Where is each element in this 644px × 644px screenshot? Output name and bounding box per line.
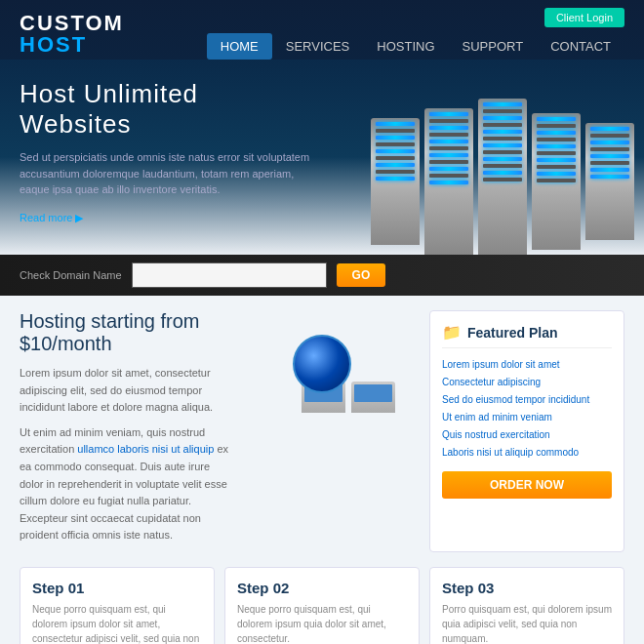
plan-features-list: Lorem ipsum dolor sit amet Consectetur a…	[442, 356, 612, 462]
domain-search-button[interactable]: GO	[337, 263, 386, 287]
rack-slot	[429, 146, 468, 150]
rack-slot	[376, 156, 415, 160]
rack-slot	[376, 170, 415, 174]
nav-contact[interactable]: CONTACT	[537, 33, 624, 60]
rack-slot	[483, 102, 522, 106]
rack-slot	[537, 144, 576, 148]
step-1-box: Step 01 Neque porro quisquam est, qui do…	[20, 567, 215, 644]
rack-slot	[483, 171, 522, 175]
rack-slot	[429, 160, 468, 164]
rack-slot	[537, 117, 576, 121]
rack-slot	[537, 124, 576, 128]
rack-slot	[429, 181, 468, 184]
featured-plan-header: 📁 Featured Plan	[442, 323, 612, 348]
main-nav: HOME SERVICES HOSTING SUPPORT CONTACT	[207, 33, 624, 60]
plan-feature-1[interactable]: Lorem ipsum dolor sit amet	[442, 356, 612, 374]
hero-title: Host Unlimited Websites	[20, 79, 312, 140]
read-more-link[interactable]: Read more ▶	[20, 212, 83, 223]
rack-slot	[483, 123, 522, 127]
hosting-text-link[interactable]: ullamco laboris nisi ut aliquip	[77, 443, 214, 455]
globe-illustration	[254, 310, 410, 418]
rack-slot	[376, 122, 415, 126]
main-content: Hosting starting from $10/month Lorem ip…	[0, 296, 644, 644]
rack-slot	[429, 167, 468, 171]
hero-content: Host Unlimited Websites Sed ut perspicia…	[20, 79, 312, 225]
nav-support[interactable]: SUPPORT	[449, 33, 538, 60]
rack-slot	[376, 129, 415, 133]
server-rack-2	[424, 108, 473, 255]
rack-slot	[537, 165, 576, 169]
step-3-box: Step 03 Porro quisquam est, qui dolorem …	[429, 567, 624, 644]
nav-home[interactable]: HOME	[207, 33, 272, 60]
hero-section: Host Unlimited Websites Sed ut perspicia…	[0, 60, 644, 255]
globe-icon	[293, 335, 351, 393]
steps-section: Step 01 Neque porro quisquam est, qui do…	[20, 567, 624, 644]
rack-slot	[429, 112, 468, 116]
rack-slot	[590, 147, 629, 151]
hosting-title: Hosting starting from $10/month	[20, 310, 234, 355]
hosting-paragraph1: Lorem ipsum dolor sit amet, consectetur …	[20, 365, 234, 417]
plan-feature-3[interactable]: Sed do eiusmod tempor incididunt	[442, 391, 612, 409]
rack-slot	[483, 109, 522, 113]
rack-slot	[483, 150, 522, 154]
hosting-left: Hosting starting from $10/month Lorem ip…	[20, 310, 234, 552]
rack-slot	[376, 149, 415, 153]
laptop-icon-2	[351, 382, 395, 413]
step-3-title: Step 03	[442, 580, 612, 596]
plan-icon: 📁	[442, 323, 462, 342]
rack-slot	[483, 116, 522, 120]
client-login-button[interactable]: Client Login	[544, 8, 624, 27]
rack-slot	[590, 175, 629, 179]
rack-slot	[429, 126, 468, 130]
hero-description: Sed ut perspiciatis unde omnis iste natu…	[20, 149, 312, 198]
rack-slot	[376, 177, 415, 181]
featured-plan-title: Featured Plan	[467, 325, 558, 341]
step-1-title: Step 01	[32, 580, 202, 596]
rack-slot	[483, 178, 522, 181]
rack-slot	[483, 143, 522, 147]
server-rack-5	[585, 123, 634, 240]
logo-custom: CUSTOM	[20, 13, 124, 34]
rack-slot	[376, 163, 415, 167]
step-2-text: Neque porro quisquam est, qui dolorem ip…	[237, 602, 407, 644]
rack-slot	[483, 164, 522, 168]
rack-slot	[590, 154, 629, 158]
domain-input[interactable]	[132, 262, 327, 288]
plan-feature-6[interactable]: Laboris nisi ut aliquip commodo	[442, 444, 612, 462]
rack-slot	[537, 138, 576, 141]
rack-slot	[590, 141, 629, 144]
hosting-paragraph2: Ut enim ad minim veniam, quis nostrud ex…	[20, 424, 234, 544]
step-1-text: Neque porro quisquam est, qui dolorem ip…	[32, 602, 202, 644]
rack-slot	[483, 130, 522, 134]
rack-slot	[376, 136, 415, 140]
server-rack-4	[532, 113, 581, 250]
domain-label: Check Domain Name	[20, 269, 122, 281]
rack-slot	[429, 153, 468, 157]
rack-slot	[590, 161, 629, 165]
rack-slot	[429, 174, 468, 178]
header: CUSTOM HOST Client Login HOME SERVICES H…	[0, 0, 644, 296]
server-rack-3	[478, 99, 527, 255]
plan-feature-5[interactable]: Quis nostrud exercitation	[442, 426, 612, 444]
rack-slot	[376, 142, 415, 146]
rack-slot	[483, 137, 522, 141]
nav-services[interactable]: SERVICES	[272, 33, 364, 60]
featured-plan-box: 📁 Featured Plan Lorem ipsum dolor sit am…	[429, 310, 624, 552]
server-racks-decoration	[312, 60, 644, 255]
rack-slot	[537, 172, 576, 176]
server-rack-1	[371, 118, 420, 245]
plan-feature-4[interactable]: Ut enim ad minim veniam	[442, 409, 612, 426]
logo-host: HOST	[20, 34, 124, 56]
order-now-button[interactable]: ORDER NOW	[442, 471, 612, 499]
plan-feature-2[interactable]: Consectetur adipiscing	[442, 374, 612, 391]
rack-slot	[590, 168, 629, 172]
hosting-section: Hosting starting from $10/month Lorem ip…	[20, 310, 624, 552]
top-bar: CUSTOM HOST Client Login HOME SERVICES H…	[0, 0, 644, 60]
nav-hosting[interactable]: HOSTING	[363, 33, 448, 60]
rack-slot	[537, 151, 576, 155]
step-2-box: Step 02 Neque porro quisquam est, qui do…	[224, 567, 420, 644]
rack-slot	[537, 179, 576, 182]
step-2-title: Step 02	[237, 580, 407, 596]
rack-slot	[429, 140, 468, 143]
rack-slot	[537, 158, 576, 162]
